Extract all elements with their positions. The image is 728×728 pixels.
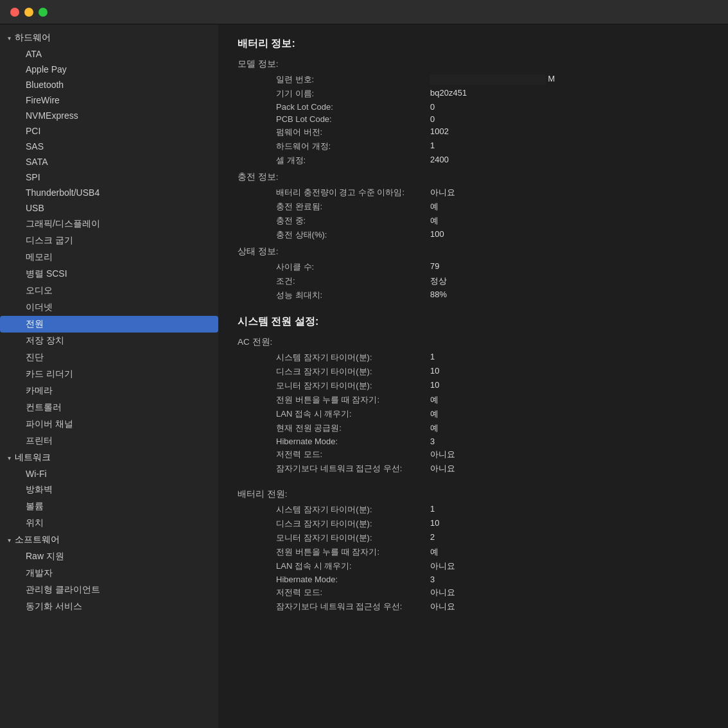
battery-power-title: 배터리 전원: bbox=[238, 489, 709, 500]
info-value: bq20z451 bbox=[430, 88, 467, 100]
sidebar-item-오디오[interactable]: 오디오 bbox=[0, 282, 218, 299]
battery-power-group: 배터리 전원:시스템 잠자기 타이머(분):1디스크 잠자기 타이머(분):10… bbox=[238, 489, 709, 614]
sidebar-item-방화벽[interactable]: 방화벽 bbox=[0, 481, 218, 498]
battery-power-row: 모니터 잠자기 타이머(분):2 bbox=[238, 531, 709, 545]
sidebar-item-카드 리더기[interactable]: 카드 리더기 bbox=[0, 366, 218, 383]
charge-info-row: 배터리 충전량이 경고 수준 이하임:아니요 bbox=[238, 186, 709, 200]
battery-power-row: 시스템 잠자기 타이머(분):1 bbox=[238, 503, 709, 517]
sidebar-item-디스크 굽기[interactable]: 디스크 굽기 bbox=[0, 232, 218, 249]
maximize-button[interactable] bbox=[39, 8, 48, 17]
sidebar-item-메모리[interactable]: 메모리 bbox=[0, 249, 218, 266]
info-value: 아니요 bbox=[430, 187, 455, 198]
sidebar-item-진단[interactable]: 진단 bbox=[0, 349, 218, 366]
sidebar-item-Bluetooth[interactable]: Bluetooth bbox=[0, 77, 218, 92]
sidebar-item-컨트롤러[interactable]: 컨트롤러 bbox=[0, 399, 218, 416]
traffic-lights bbox=[10, 8, 48, 17]
sidebar-item-위치[interactable]: 위치 bbox=[0, 515, 218, 532]
info-label: 저전력 모드: bbox=[238, 449, 430, 460]
status-info-row: 성능 최대치:88% bbox=[238, 288, 709, 302]
sidebar-item-FireWire[interactable]: FireWire bbox=[0, 92, 218, 108]
sidebar-item-SATA[interactable]: SATA bbox=[0, 154, 218, 169]
info-label: Hibernate Mode: bbox=[238, 575, 430, 584]
sidebar-section-header-0[interactable]: ▾하드웨어 bbox=[0, 30, 218, 46]
sidebar-item-USB[interactable]: USB bbox=[0, 200, 218, 216]
battery-power-row: 디스크 잠자기 타이머(분):10 bbox=[238, 517, 709, 531]
info-value: 2 bbox=[430, 532, 435, 544]
sidebar-item-관리형 클라이언트[interactable]: 관리형 클라이언트 bbox=[0, 582, 218, 598]
sidebar-item-SPI[interactable]: SPI bbox=[0, 169, 218, 185]
close-button[interactable] bbox=[10, 8, 19, 17]
info-value: 3 bbox=[430, 437, 435, 446]
info-value: 1 bbox=[430, 352, 435, 363]
info-value: 예 bbox=[430, 215, 438, 227]
info-label: 전원 버튼을 누를 때 잠자기: bbox=[238, 546, 430, 558]
sidebar-item-PCI[interactable]: PCI bbox=[0, 123, 218, 139]
sidebar-section-header-2[interactable]: ▾소프트웨어 bbox=[0, 532, 218, 548]
title-bar bbox=[0, 0, 728, 24]
sidebar-item-이더넷[interactable]: 이더넷 bbox=[0, 299, 218, 316]
sidebar-item-SAS[interactable]: SAS bbox=[0, 139, 218, 154]
info-label: PCB Lot Code: bbox=[238, 114, 430, 124]
sidebar-item-Wi-Fi[interactable]: Wi-Fi bbox=[0, 466, 218, 481]
info-label: 전원 버튼을 누를 때 잠자기: bbox=[238, 394, 430, 406]
info-label: 디스크 잠자기 타이머(분): bbox=[238, 366, 430, 377]
sidebar-item-개발자[interactable]: 개발자 bbox=[0, 565, 218, 582]
ac-power-row: 디스크 잠자기 타이머(분):10 bbox=[238, 365, 709, 379]
info-label: Pack Lot Code: bbox=[238, 102, 430, 112]
battery-info-title: 배터리 정보: bbox=[238, 37, 709, 51]
info-value: 88% bbox=[430, 290, 447, 301]
status-info-title: 상태 정보: bbox=[238, 246, 709, 257]
info-value: 예 bbox=[430, 408, 438, 420]
info-value: 2400 bbox=[430, 155, 449, 166]
info-label: 잠자기보다 네트워크 접근성 우선: bbox=[238, 463, 430, 474]
redacted-value bbox=[430, 74, 546, 85]
info-label: Hibernate Mode: bbox=[238, 437, 430, 446]
info-value: 3 bbox=[430, 575, 435, 584]
charge-info-title: 충전 정보: bbox=[238, 171, 709, 183]
model-info-row: 일련 번호: M bbox=[238, 73, 709, 87]
info-value: 1 bbox=[430, 141, 435, 152]
info-label: 디스크 잠자기 타이머(분): bbox=[238, 518, 430, 530]
model-info-row: 셀 개정:2400 bbox=[238, 153, 709, 168]
info-value: 아니요 bbox=[430, 587, 455, 598]
sidebar-item-그래픽/디스플레이[interactable]: 그래픽/디스플레이 bbox=[0, 216, 218, 232]
info-value: 아니요 bbox=[430, 449, 455, 460]
info-value: M bbox=[430, 74, 555, 85]
info-value: 0 bbox=[430, 114, 435, 124]
sidebar-item-병렬 SCSI[interactable]: 병렬 SCSI bbox=[0, 266, 218, 282]
minimize-button[interactable] bbox=[24, 8, 33, 17]
sidebar-item-ATA[interactable]: ATA bbox=[0, 46, 218, 62]
status-info-row: 사이클 수:79 bbox=[238, 260, 709, 274]
ac-power-row: 전원 버튼을 누를 때 잠자기:예 bbox=[238, 393, 709, 407]
battery-power-row: Hibernate Mode:3 bbox=[238, 573, 709, 585]
info-label: 셀 개정: bbox=[238, 155, 430, 166]
sidebar-item-Thunderbolt/USB4[interactable]: Thunderbolt/USB4 bbox=[0, 185, 218, 200]
model-info-row: Pack Lot Code:0 bbox=[238, 101, 709, 113]
info-value: 1 bbox=[430, 504, 435, 516]
app-body: ▾하드웨어ATAApple PayBluetoothFireWireNVMExp… bbox=[0, 24, 728, 728]
sidebar-item-Apple Pay[interactable]: Apple Pay bbox=[0, 62, 218, 77]
ac-power-row: 저전력 모드:아니요 bbox=[238, 447, 709, 462]
info-value: 예 bbox=[430, 394, 438, 406]
info-label: LAN 접속 시 깨우기: bbox=[238, 408, 430, 420]
sidebar-item-볼륨[interactable]: 볼륨 bbox=[0, 498, 218, 515]
sidebar-section-header-1[interactable]: ▾네트워크 bbox=[0, 449, 218, 466]
info-value: 10 bbox=[430, 366, 439, 377]
sidebar-item-카메라[interactable]: 카메라 bbox=[0, 383, 218, 399]
sidebar-item-Raw 지원[interactable]: Raw 지원 bbox=[0, 548, 218, 565]
sidebar-item-파이버 채널[interactable]: 파이버 채널 bbox=[0, 416, 218, 433]
section-arrow: ▾ bbox=[8, 537, 11, 544]
info-label: 잠자기보다 네트워크 접근성 우선: bbox=[238, 601, 430, 612]
info-value: 예 bbox=[430, 422, 438, 434]
info-value: 예 bbox=[430, 546, 438, 558]
sidebar-item-저장 장치[interactable]: 저장 장치 bbox=[0, 333, 218, 349]
sidebar-item-NVMExpress[interactable]: NVMExpress bbox=[0, 108, 218, 123]
model-info-row: 펌웨어 버전:1002 bbox=[238, 125, 709, 139]
ac-power-row: 현재 전원 공급원:예 bbox=[238, 421, 709, 435]
section-label: 네트워크 bbox=[15, 452, 51, 464]
sidebar-item-프린터[interactable]: 프린터 bbox=[0, 433, 218, 449]
info-value: 정상 bbox=[430, 275, 447, 287]
sidebar-item-동기화 서비스[interactable]: 동기화 서비스 bbox=[0, 598, 218, 615]
section-arrow: ▾ bbox=[8, 455, 11, 462]
sidebar-item-전원[interactable]: 전원 bbox=[0, 316, 218, 333]
